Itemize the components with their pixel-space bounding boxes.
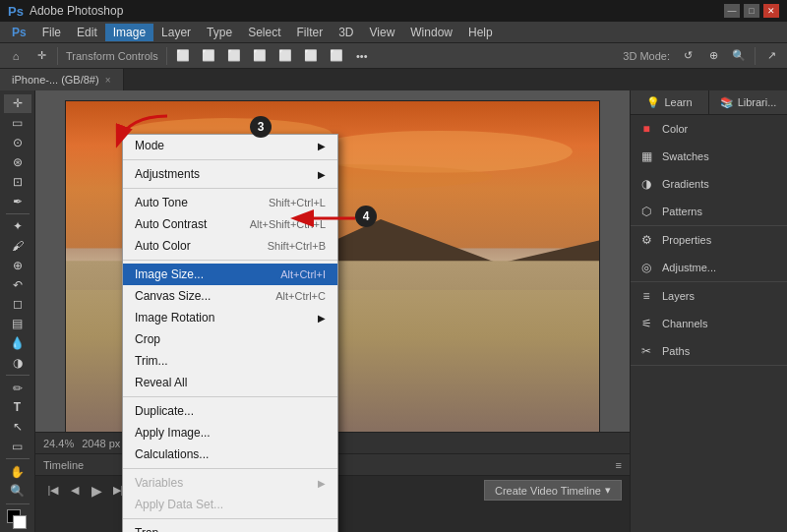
menu-edit[interactable]: Edit bbox=[69, 24, 105, 41]
shape-tool[interactable]: ▭ bbox=[4, 438, 31, 456]
skip-start-btn[interactable]: |◀ bbox=[43, 484, 63, 497]
menu-bar: Ps File Edit Image Layer Type Select Fil… bbox=[0, 22, 787, 43]
menu-image-size[interactable]: Image Size... Alt+Ctrl+I bbox=[123, 264, 337, 285]
play-btn[interactable]: ▶ bbox=[87, 483, 106, 499]
gradient-tool[interactable]: ▤ bbox=[4, 315, 31, 333]
canvas-area: 24.4% 2048 px × 1536 px (72 ppi) ▶ Timel… bbox=[35, 90, 630, 532]
create-video-timeline-btn[interactable]: Create Video Timeline ▾ bbox=[484, 480, 622, 501]
menu-window[interactable]: Window bbox=[402, 24, 460, 41]
menu-help[interactable]: Help bbox=[460, 24, 501, 41]
sep6 bbox=[123, 518, 337, 519]
menu-image[interactable]: Image bbox=[105, 24, 153, 41]
menu-apply-image[interactable]: Apply Image... bbox=[123, 422, 337, 443]
rectangular-marquee-tool[interactable]: ▭ bbox=[4, 114, 31, 133]
swatches-label: Swatches bbox=[662, 150, 709, 162]
menu-view[interactable]: View bbox=[362, 24, 403, 41]
right-panel-top: 💡 Learn 📚 Librari... bbox=[631, 90, 787, 115]
step-back-btn[interactable]: ◀ bbox=[65, 484, 85, 497]
menu-ps[interactable]: Ps bbox=[4, 24, 34, 41]
close-button[interactable]: ✕ bbox=[763, 4, 779, 18]
menu-crop[interactable]: Crop bbox=[123, 328, 337, 350]
libraries-label: Librari... bbox=[738, 96, 777, 108]
align-right[interactable]: ⬜ bbox=[222, 45, 246, 67]
eyedropper-tool[interactable]: ✒ bbox=[4, 192, 31, 210]
align-left[interactable]: ⬜ bbox=[171, 45, 195, 67]
panel-patterns[interactable]: ⬡ Patterns bbox=[631, 198, 787, 225]
panel-swatches[interactable]: ▦ Swatches bbox=[631, 143, 787, 170]
libraries-panel-btn[interactable]: 📚 Librari... bbox=[709, 90, 787, 114]
panel-properties[interactable]: ⚙ Properties bbox=[631, 226, 787, 254]
svg-line-17 bbox=[466, 395, 519, 429]
distribute[interactable]: ⬜ bbox=[325, 45, 348, 67]
menu-auto-contrast[interactable]: Auto Contrast Alt+Shift+Ctrl+L bbox=[123, 213, 337, 235]
menu-trap[interactable]: Trap... bbox=[123, 522, 337, 532]
hand-tool[interactable]: ✋ bbox=[4, 462, 31, 481]
adjustments-label: Adjustme... bbox=[662, 262, 716, 273]
menu-duplicate[interactable]: Duplicate... bbox=[123, 400, 337, 422]
3d-mode-label: 3D Mode: bbox=[619, 50, 674, 62]
home-tool[interactable]: ⌂ bbox=[4, 45, 28, 67]
tab-close-icon[interactable]: × bbox=[105, 75, 111, 86]
active-tab[interactable]: iPhone-... (GB/8#) × bbox=[0, 69, 124, 90]
panel-gradients[interactable]: ◑ Gradients bbox=[631, 170, 787, 198]
panel-adjustments[interactable]: ◎ Adjustme... bbox=[631, 254, 787, 281]
move-tool[interactable]: ✛ bbox=[30, 45, 53, 67]
more-options[interactable]: ••• bbox=[350, 45, 374, 67]
menu-file[interactable]: File bbox=[34, 24, 69, 41]
menu-type[interactable]: Type bbox=[199, 24, 240, 41]
panel-channels[interactable]: ⚟ Channels bbox=[631, 310, 787, 337]
timeline-menu-icon[interactable]: ≡ bbox=[616, 459, 622, 471]
timeline-title: Timeline bbox=[43, 459, 84, 471]
panel-paths[interactable]: ✂ Paths bbox=[631, 337, 787, 365]
move-tool-btn[interactable]: ✛ bbox=[4, 94, 31, 113]
menu-3d[interactable]: 3D bbox=[331, 24, 361, 41]
rotate-3d[interactable]: ↺ bbox=[676, 45, 699, 67]
layers-icon: ≡ bbox=[638, 288, 654, 304]
panel-color[interactable]: ■ Color bbox=[631, 115, 787, 143]
menu-trim[interactable]: Trim... bbox=[123, 350, 337, 372]
maximize-button[interactable]: □ bbox=[744, 4, 759, 18]
lasso-tool[interactable]: ⊙ bbox=[4, 134, 31, 152]
align-center[interactable]: ⬜ bbox=[197, 45, 220, 67]
minimize-button[interactable]: — bbox=[724, 4, 740, 18]
layers-label: Layers bbox=[662, 290, 695, 302]
learn-icon: 💡 bbox=[646, 96, 660, 109]
clone-stamp-tool[interactable]: ⊕ bbox=[4, 256, 31, 274]
title-bar-left: Ps Adobe Photoshop bbox=[8, 4, 123, 19]
quick-select-tool[interactable]: ⊛ bbox=[4, 152, 31, 171]
learn-panel-btn[interactable]: 💡 Learn bbox=[631, 90, 709, 114]
transform-controls-label: Transform Controls bbox=[62, 50, 162, 62]
dodge-tool[interactable]: ◑ bbox=[4, 354, 31, 373]
menu-apply-data-set[interactable]: Apply Data Set... bbox=[123, 494, 337, 515]
menu-select[interactable]: Select bbox=[240, 24, 288, 41]
panel-layers[interactable]: ≡ Layers bbox=[631, 282, 787, 310]
menu-canvas-size[interactable]: Canvas Size... Alt+Ctrl+C bbox=[123, 285, 337, 307]
menu-layer[interactable]: Layer bbox=[153, 24, 199, 41]
brush-tool[interactable]: 🖌 bbox=[4, 237, 31, 256]
menu-auto-tone[interactable]: Auto Tone Shift+Ctrl+L bbox=[123, 192, 337, 213]
history-brush-tool[interactable]: ↶ bbox=[4, 275, 31, 294]
eraser-tool[interactable]: ◻ bbox=[4, 295, 31, 314]
color-swatch[interactable] bbox=[7, 509, 29, 526]
pen-tool[interactable]: ✏ bbox=[4, 379, 31, 397]
blur-tool[interactable]: 💧 bbox=[4, 334, 31, 353]
zoom-tool[interactable]: 🔍 bbox=[4, 482, 31, 501]
crop-tool[interactable]: ⊡ bbox=[4, 172, 31, 191]
zoom-3d[interactable]: 🔍 bbox=[727, 45, 751, 67]
path-selection-tool[interactable]: ↖ bbox=[4, 418, 31, 437]
healing-brush-tool[interactable]: ✦ bbox=[4, 217, 31, 236]
menu-image-rotation[interactable]: Image Rotation ▶ bbox=[123, 307, 337, 328]
menu-reveal-all[interactable]: Reveal All bbox=[123, 372, 337, 393]
menu-adjustments[interactable]: Adjustments ▶ bbox=[123, 163, 337, 185]
pan-3d[interactable]: ⊕ bbox=[701, 45, 725, 67]
align-bottom[interactable]: ⬜ bbox=[299, 45, 323, 67]
menu-auto-color[interactable]: Auto Color Shift+Ctrl+B bbox=[123, 235, 337, 257]
menu-filter[interactable]: Filter bbox=[288, 24, 331, 41]
menu-variables[interactable]: Variables ▶ bbox=[123, 472, 337, 494]
align-top[interactable]: ⬜ bbox=[248, 45, 272, 67]
align-middle[interactable]: ⬜ bbox=[273, 45, 297, 67]
text-tool[interactable]: T bbox=[4, 398, 31, 417]
menu-calculations[interactable]: Calculations... bbox=[123, 443, 337, 465]
menu-mode[interactable]: Mode ▶ bbox=[123, 135, 337, 156]
share[interactable]: ↗ bbox=[759, 45, 783, 67]
